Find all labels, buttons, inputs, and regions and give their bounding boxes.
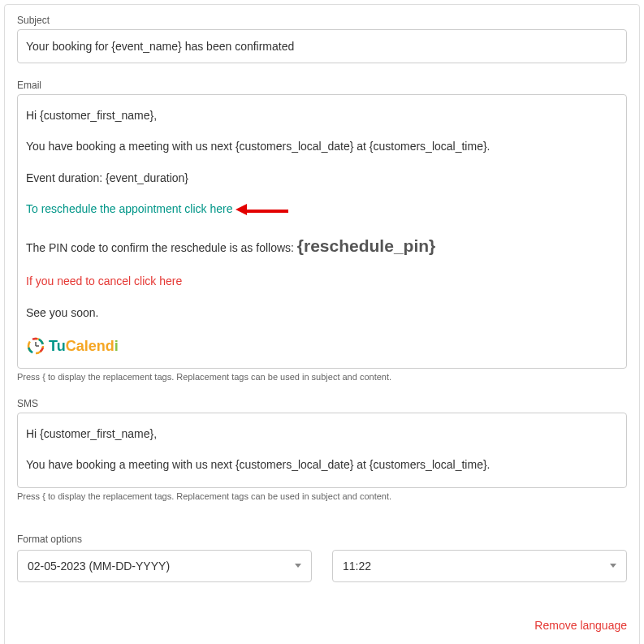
sms-editor[interactable]: Hi {customer_first_name}, You have booki… (17, 413, 627, 488)
arrow-head-icon (236, 204, 247, 215)
sms-label: SMS (17, 398, 627, 409)
subject-label: Subject (17, 15, 627, 26)
clock-icon (26, 336, 45, 356)
email-hint: Press { to display the replacement tags.… (17, 372, 627, 382)
format-row: 02-05-2023 (MM-DD-YYYY) 11:22 (17, 550, 627, 582)
form-container: Subject Email Hi {customer_first_name}, … (4, 4, 640, 644)
remove-language-row: Remove language (17, 619, 627, 632)
reschedule-link[interactable]: To reschedule the appointment click here (26, 202, 232, 215)
date-format-select[interactable]: 02-05-2023 (MM-DD-YYYY) (17, 550, 312, 582)
pin-prefix: The PIN code to confirm the reschedule i… (26, 241, 297, 254)
time-format-select[interactable]: 11:22 (332, 550, 627, 582)
sms-greeting: Hi {customer_first_name}, (26, 425, 618, 443)
subject-group: Subject (17, 15, 627, 63)
email-line1: You have booking a meeting with us next … (26, 137, 618, 155)
email-label: Email (17, 80, 627, 91)
tucalendi-logo: TuCalendi (26, 335, 618, 358)
sms-group: SMS Hi {customer_first_name}, You have b… (17, 398, 627, 501)
email-line2: Event duration: {event_duration} (26, 169, 618, 187)
logo-calend: Calend (66, 338, 115, 354)
remove-language-link[interactable]: Remove language (534, 619, 627, 632)
email-greeting: Hi {customer_first_name}, (26, 106, 618, 124)
time-format-value: 11:22 (343, 560, 371, 573)
email-reschedule-row: To reschedule the appointment click here (26, 200, 618, 218)
subject-input[interactable] (17, 29, 627, 63)
sms-hint: Press { to display the replacement tags.… (17, 491, 627, 501)
logo-tu: Tu (49, 338, 66, 354)
format-label: Format options (17, 534, 627, 545)
logo-i: i (115, 338, 119, 354)
email-group: Email Hi {customer_first_name}, You have… (17, 80, 627, 382)
email-pin-line: The PIN code to confirm the reschedule i… (26, 232, 618, 260)
email-signoff: See you soon. (26, 304, 618, 322)
format-group: Format options 02-05-2023 (MM-DD-YYYY) 1… (17, 534, 627, 582)
chevron-down-icon (295, 564, 301, 568)
date-format-value: 02-05-2023 (MM-DD-YYYY) (28, 560, 170, 573)
chevron-down-icon (610, 564, 616, 568)
arrow-line-icon (244, 210, 288, 213)
email-editor[interactable]: Hi {customer_first_name}, You have booki… (17, 94, 627, 369)
pin-tag: {reschedule_pin} (297, 236, 435, 255)
logo-text: TuCalendi (49, 335, 119, 358)
sms-line1: You have booking a meeting with us next … (26, 456, 618, 473)
cancel-link[interactable]: If you need to cancel click here (26, 272, 618, 290)
annotation-arrow (244, 201, 288, 218)
